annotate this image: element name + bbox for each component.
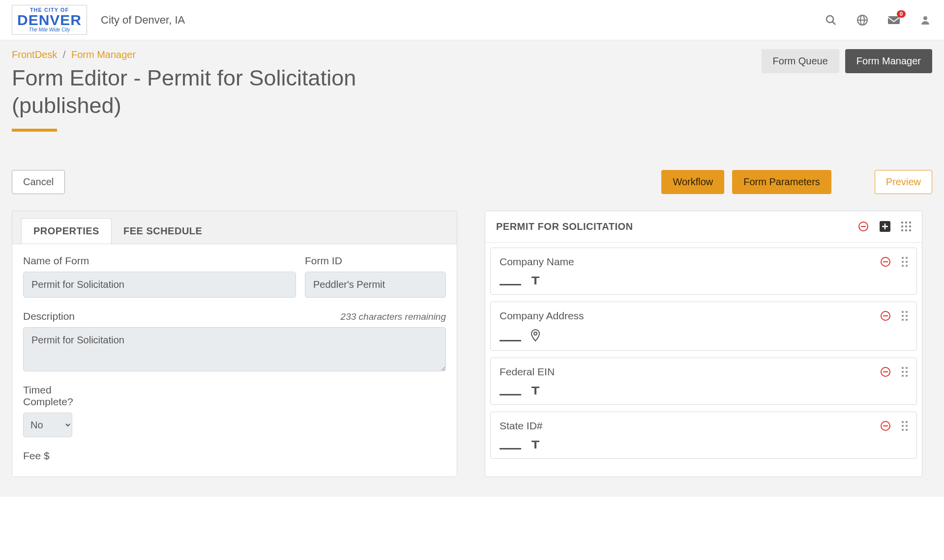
search-icon[interactable] <box>824 13 838 27</box>
logo[interactable]: THE CITY OF DENVER The Mile Wide City <box>12 5 87 35</box>
header-left: THE CITY OF DENVER The Mile Wide City Ci… <box>12 5 185 35</box>
properties-body: Name of Form Form ID Description 233 cha… <box>12 244 457 476</box>
form-manager-button[interactable]: Form Manager <box>845 49 932 73</box>
svg-point-15 <box>534 332 537 335</box>
form-builder-panel: PERMIT FOR SOLICITATION Company NameComp… <box>485 211 922 477</box>
content: FrontDesk / Form Manager Form Editor - P… <box>0 40 944 497</box>
timed-complete-select[interactable]: No <box>23 413 72 437</box>
builder-section-head: PERMIT FOR SOLICITATION <box>485 211 922 243</box>
field-card[interactable]: Company Name <box>490 248 917 295</box>
preview-button[interactable]: Preview <box>875 170 932 194</box>
svg-line-1 <box>832 22 835 25</box>
text-type-icon <box>530 275 541 285</box>
field-list: Company NameCompany AddressFederal EINSt… <box>485 243 922 471</box>
title-underline <box>12 129 57 132</box>
svg-point-6 <box>923 16 927 20</box>
action-row: Cancel Workflow Form Parameters Preview <box>12 170 932 194</box>
user-icon[interactable] <box>918 13 932 27</box>
mail-icon[interactable]: 0 <box>887 13 901 27</box>
text-type-icon <box>530 385 541 395</box>
notification-badge: 0 <box>897 10 906 18</box>
header-right: 0 <box>824 13 932 27</box>
remove-field-icon[interactable] <box>880 256 891 267</box>
drag-field-icon[interactable] <box>902 311 908 321</box>
svg-rect-5 <box>888 16 900 24</box>
drag-field-icon[interactable] <box>902 421 908 431</box>
title-row: FrontDesk / Form Manager Form Editor - P… <box>12 49 932 132</box>
breadcrumb-root[interactable]: FrontDesk <box>12 49 57 60</box>
svg-point-0 <box>826 16 833 23</box>
remove-field-icon[interactable] <box>880 310 891 321</box>
name-of-form-input[interactable] <box>23 272 296 298</box>
field-label: Company Name <box>500 256 574 268</box>
properties-panel: PROPERTIES FEE SCHEDULE Name of Form For… <box>12 211 457 477</box>
org-name: City of Denver, IA <box>101 14 185 27</box>
remove-section-icon[interactable] <box>858 221 869 232</box>
form-id-label: Form ID <box>305 255 446 267</box>
remove-field-icon[interactable] <box>880 366 891 377</box>
remove-field-icon[interactable] <box>880 420 891 431</box>
text-type-icon <box>530 439 541 449</box>
drag-field-icon[interactable] <box>902 367 908 377</box>
page-title: Form Editor - Permit for Solicitation (p… <box>12 64 454 120</box>
tab-fee-schedule[interactable]: FEE SCHEDULE <box>112 219 214 244</box>
field-card[interactable]: Company Address <box>490 302 917 351</box>
builder-section-title: PERMIT FOR SOLICITATION <box>496 221 633 232</box>
cancel-button[interactable]: Cancel <box>12 170 65 194</box>
field-label: Company Address <box>500 310 584 322</box>
location-pin-icon <box>530 329 541 341</box>
globe-icon[interactable] <box>856 13 869 27</box>
chars-remaining: 233 characters remaining <box>341 311 446 322</box>
field-card[interactable]: State ID# <box>490 412 917 459</box>
title-block: FrontDesk / Form Manager Form Editor - P… <box>12 49 454 132</box>
name-of-form-label: Name of Form <box>23 255 296 267</box>
editor-columns: PROPERTIES FEE SCHEDULE Name of Form For… <box>12 211 932 477</box>
field-label: State ID# <box>500 420 543 432</box>
field-preview-line <box>500 394 521 395</box>
breadcrumb-current[interactable]: Form Manager <box>71 49 136 60</box>
form-parameters-button[interactable]: Form Parameters <box>732 170 831 194</box>
timed-complete-label: Timed Complete? <box>23 384 92 408</box>
fee-label: Fee $ <box>23 450 92 462</box>
drag-section-icon[interactable] <box>901 222 911 231</box>
field-card[interactable]: Federal EIN <box>490 358 917 405</box>
view-switch: Form Queue Form Manager <box>762 49 932 73</box>
description-input[interactable] <box>23 327 446 371</box>
tabs: PROPERTIES FEE SCHEDULE <box>12 211 457 244</box>
field-preview-line <box>500 448 521 449</box>
app-header: THE CITY OF DENVER The Mile Wide City Ci… <box>0 0 944 40</box>
form-id-input[interactable] <box>305 272 446 298</box>
workflow-button[interactable]: Workflow <box>661 170 724 194</box>
field-preview-line <box>500 284 521 285</box>
breadcrumb: FrontDesk / Form Manager <box>12 49 454 60</box>
description-label: Description <box>23 310 75 322</box>
form-queue-button[interactable]: Form Queue <box>762 49 839 73</box>
field-label: Federal EIN <box>500 366 555 378</box>
drag-field-icon[interactable] <box>902 257 908 267</box>
tab-properties[interactable]: PROPERTIES <box>21 218 112 244</box>
add-field-icon[interactable] <box>880 221 890 232</box>
field-preview-line <box>500 340 521 341</box>
